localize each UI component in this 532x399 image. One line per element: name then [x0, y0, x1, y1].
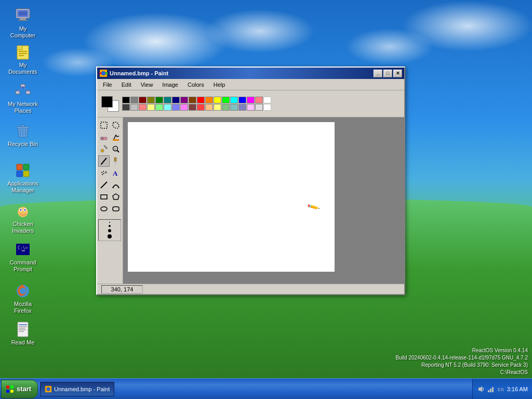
palette-color[interactable] [247, 104, 255, 111]
desktop-icon-command-prompt[interactable]: C:\> Command Prompt [4, 239, 42, 275]
system-clock[interactable]: 3:16 AM [507, 386, 528, 392]
line-tool[interactable] [98, 179, 110, 191]
menu-file[interactable]: File [98, 80, 117, 89]
tool-size-area [98, 219, 121, 241]
palette-color[interactable] [139, 97, 147, 103]
svg-rect-68 [113, 207, 119, 211]
fill-tool[interactable] [110, 131, 122, 143]
menu-edit[interactable]: Edit [117, 80, 136, 89]
menu-image[interactable]: Image [157, 80, 183, 89]
svg-point-49 [101, 149, 104, 152]
brush-tool[interactable] [110, 155, 122, 167]
palette-color[interactable] [205, 97, 213, 103]
select-rect-tool[interactable] [98, 119, 110, 131]
pencil-tool[interactable] [98, 155, 110, 167]
svg-point-28 [20, 209, 22, 211]
rectangle-tool[interactable] [98, 191, 110, 203]
palette-color[interactable] [238, 97, 246, 103]
palette-color[interactable] [172, 104, 180, 111]
desktop-icon-network[interactable]: My Network Places [4, 81, 42, 116]
volume-icon[interactable] [477, 385, 485, 393]
palette-color[interactable] [263, 97, 271, 103]
color-foreground[interactable] [101, 96, 113, 108]
coordinates-display: 340, 174 [101, 285, 143, 294]
maximize-button[interactable]: □ [383, 70, 392, 77]
palette-color[interactable] [155, 97, 163, 103]
palette-color[interactable] [255, 97, 263, 103]
menu-view[interactable]: View [136, 80, 158, 89]
palette-color[interactable] [197, 97, 205, 103]
palette-color[interactable] [189, 104, 196, 111]
menu-help[interactable]: Help [209, 80, 230, 89]
palette-color[interactable] [238, 104, 246, 111]
palette-color[interactable] [247, 97, 255, 103]
svg-rect-2 [20, 18, 26, 20]
palette-color[interactable] [230, 104, 238, 111]
palette-color[interactable] [255, 104, 263, 111]
palette-color[interactable] [164, 104, 171, 111]
start-button[interactable]: start [1, 380, 38, 398]
minimize-button[interactable]: _ [374, 70, 382, 77]
desktop-icon-my-documents[interactable]: My Documents [4, 42, 42, 77]
zoom-tool[interactable]: + [110, 143, 122, 155]
desktop-icon-apps-manager[interactable]: Applications Manager [4, 160, 42, 196]
desktop-icon-chicken-invaders[interactable]: Chicken Invaders [4, 201, 42, 236]
palette-color[interactable] [147, 104, 155, 111]
drawing-canvas[interactable] [127, 122, 335, 272]
tool-size-xlarge[interactable] [108, 234, 112, 238]
tool-size-small[interactable] [109, 222, 110, 223]
desktop-icon-my-computer[interactable]: My Computer [4, 5, 42, 41]
palette-color[interactable] [230, 97, 238, 103]
free-select-tool[interactable] [110, 119, 122, 131]
palette-color[interactable] [205, 104, 213, 111]
svg-point-72 [10, 390, 14, 393]
palette-color[interactable] [214, 97, 221, 103]
palette-color[interactable] [180, 104, 188, 111]
menu-colors[interactable]: Colors [183, 80, 209, 89]
svg-rect-11 [16, 91, 20, 94]
palette-color[interactable] [222, 104, 230, 111]
desktop-icon-recycle-bin[interactable]: Recycle Bin [4, 121, 42, 150]
curve-tool[interactable] [110, 179, 122, 191]
desktop-icon-label: My Network Places [6, 101, 39, 114]
palette-color[interactable] [214, 104, 221, 111]
palette-color[interactable] [172, 97, 180, 103]
svg-rect-77 [490, 389, 491, 392]
desktop-icon-readme[interactable]: Read Me [4, 319, 42, 348]
palette-color[interactable] [139, 104, 147, 111]
taskbar-window-button[interactable]: Unnamed.bmp - Paint [40, 382, 114, 396]
start-label: start [17, 385, 31, 393]
canvas-area[interactable]: ✏️ [123, 117, 404, 284]
tool-row: A [98, 167, 122, 179]
network-tray-icon[interactable] [487, 385, 495, 393]
rounded-rect-tool[interactable] [110, 203, 122, 215]
tool-row: + [98, 143, 122, 155]
svg-rect-9 [19, 55, 24, 56]
tool-size-medium[interactable] [109, 225, 111, 227]
svg-text:EN: EN [498, 387, 504, 392]
palette-color[interactable] [180, 97, 188, 103]
palette-color[interactable] [197, 104, 205, 111]
palette-color[interactable] [155, 104, 163, 111]
tool-size-large[interactable] [108, 229, 111, 232]
eraser-tool[interactable] [98, 131, 110, 143]
text-tool[interactable]: A [110, 167, 122, 179]
desktop-icon-label: Applications Manager [6, 180, 39, 194]
language-icon[interactable]: EN [497, 385, 505, 393]
palette-color[interactable] [189, 97, 196, 103]
palette-color[interactable] [147, 97, 155, 103]
color-palette [122, 97, 271, 111]
desktop-icon-firefox[interactable]: Mozilla Firefox [4, 281, 42, 316]
palette-color[interactable] [130, 104, 138, 111]
polygon-tool[interactable] [110, 191, 122, 203]
palette-color[interactable] [122, 104, 130, 111]
palette-color[interactable] [222, 97, 230, 103]
palette-color[interactable] [130, 97, 138, 103]
pick-color-tool[interactable] [98, 143, 110, 155]
ellipse-tool[interactable] [98, 203, 110, 215]
spray-tool[interactable] [98, 167, 110, 179]
palette-color[interactable] [122, 97, 130, 103]
palette-color[interactable] [263, 104, 271, 111]
close-button[interactable]: ✕ [393, 70, 402, 77]
palette-color[interactable] [164, 97, 171, 103]
